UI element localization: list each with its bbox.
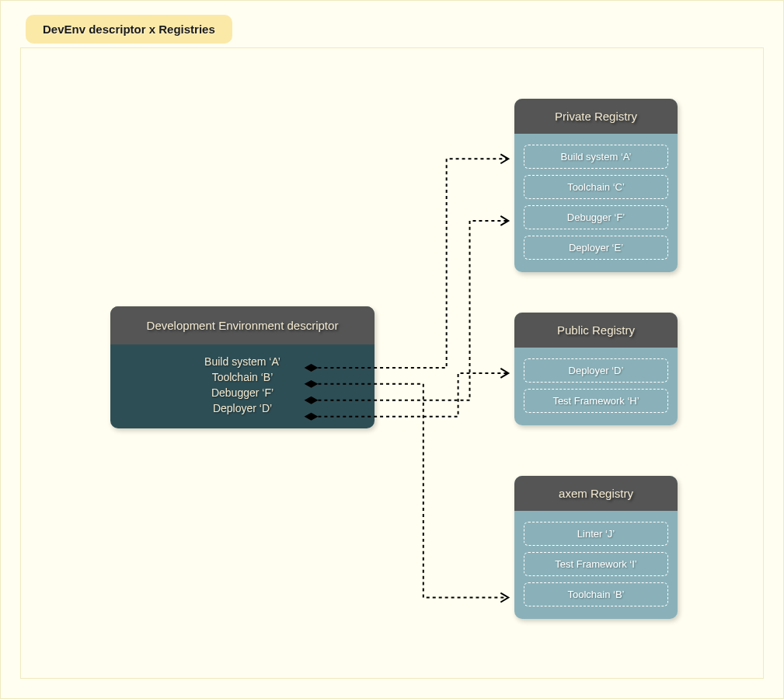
registry-body: Deployer ‘D’ Test Framework ‘H’ [514, 348, 678, 425]
arrowhead-icon [500, 216, 508, 225]
registry-header: Public Registry [514, 313, 678, 348]
descriptor-item: Toolchain ‘B’ [126, 369, 359, 385]
registry-public: Public Registry Deployer ‘D’ Test Framew… [514, 313, 678, 425]
arrowhead-icon [500, 154, 508, 163]
arrowhead-icon [500, 593, 508, 603]
descriptor-box: Development Environment descriptor Build… [110, 306, 375, 428]
registry-axem: axem Registry Linter ‘J’ Test Framework … [514, 476, 678, 619]
diagram-area: Development Environment descriptor Build… [21, 48, 763, 678]
diagram-title-tab: DevEnv descriptor x Registries [26, 15, 232, 44]
registry-item: Debugger ‘F’ [524, 205, 668, 229]
registry-header: Private Registry [514, 99, 678, 134]
registry-item: Toolchain ‘C’ [524, 175, 668, 199]
diagram-title: DevEnv descriptor x Registries [43, 23, 215, 36]
registry-header: axem Registry [514, 476, 678, 511]
descriptor-item: Deployer ‘D’ [126, 400, 359, 416]
diagram-outer: DevEnv descriptor x Registries Developme… [0, 0, 784, 699]
diagram-frame: Development Environment descriptor Build… [20, 47, 764, 679]
registry-item: Test Framework ‘I’ [524, 552, 668, 576]
descriptor-item: Debugger ‘F’ [126, 385, 359, 400]
registry-body: Linter ‘J’ Test Framework ‘I’ Toolchain … [514, 511, 678, 619]
registry-item: Deployer ‘E’ [524, 236, 668, 260]
descriptor-item: Build system ‘A’ [126, 354, 359, 369]
registry-item: Linter ‘J’ [524, 522, 668, 546]
registry-item: Build system ‘A’ [524, 145, 668, 169]
registry-private: Private Registry Build system ‘A’ Toolch… [514, 99, 678, 272]
arrowhead-icon [500, 369, 508, 378]
descriptor-body: Build system ‘A’ Toolchain ‘B’ Debugger … [110, 344, 375, 428]
registry-body: Build system ‘A’ Toolchain ‘C’ Debugger … [514, 134, 678, 272]
registry-item: Deployer ‘D’ [524, 358, 668, 383]
registry-item: Test Framework ‘H’ [524, 389, 668, 413]
descriptor-header: Development Environment descriptor [110, 306, 375, 344]
registry-item: Toolchain ‘B’ [524, 582, 668, 606]
